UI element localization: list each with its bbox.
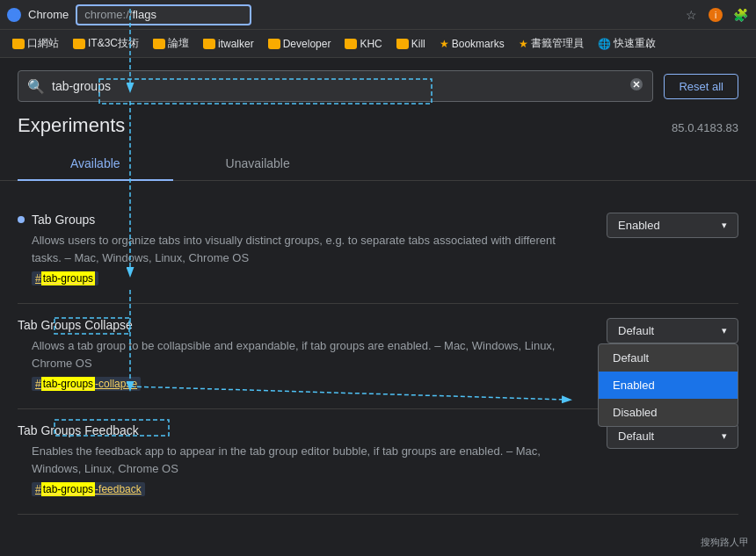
bookmark-item[interactable]: KHC bbox=[339, 36, 387, 52]
chevron-down-icon: ▾ bbox=[722, 325, 727, 336]
experiment-item-tab-groups-collapse: Tab Groups Collapse Allows a tab group t… bbox=[18, 304, 738, 409]
folder-icon bbox=[396, 39, 409, 49]
dropdown-value: Default bbox=[618, 324, 654, 337]
folder-icon bbox=[203, 39, 215, 49]
bookmark-label: Developer bbox=[283, 38, 331, 50]
bookmark-item[interactable]: Developer bbox=[263, 36, 337, 52]
dropdown-value: Enabled bbox=[618, 219, 660, 232]
experiment-title-row: Tab Groups Feedback bbox=[18, 423, 563, 437]
bookmark-item[interactable]: IT&3C技術 bbox=[68, 34, 144, 53]
title-bar-icons: ☆ i 🧩 bbox=[682, 6, 749, 24]
dropdown-option-enabled[interactable]: Enabled bbox=[599, 372, 738, 399]
search-input-wrap[interactable]: 🔍 bbox=[18, 70, 653, 102]
tab-groups-feedback-dropdown[interactable]: Default ▾ bbox=[607, 423, 738, 449]
experiment-tag[interactable]: #tab-groups-feedback bbox=[32, 482, 145, 496]
bookmark-label: Bookmarks bbox=[452, 38, 505, 50]
experiment-name: Tab Groups Feedback bbox=[18, 423, 139, 437]
experiments-title: Experiments bbox=[18, 114, 125, 137]
tab-unavailable[interactable]: Unavailable bbox=[173, 148, 343, 181]
tab-groups-collapse-dropdown-wrap: Default ▾ Default Enabled Disabled bbox=[607, 318, 738, 343]
bookmark-item[interactable]: 口網站 bbox=[7, 34, 64, 53]
chrome-icon bbox=[7, 8, 21, 22]
dropdown-value: Default bbox=[618, 430, 654, 443]
dropdown-option-default[interactable]: Default bbox=[599, 344, 738, 372]
globe-icon: 🌐 bbox=[598, 38, 611, 50]
bookmark-label: 論壇 bbox=[168, 36, 189, 51]
reset-all-button[interactable]: Reset all bbox=[664, 74, 738, 99]
content-area: Tab Groups Allows users to organize tabs… bbox=[0, 181, 756, 543]
bookmark-item[interactable]: ★ Bookmarks bbox=[434, 36, 510, 52]
main-content: 🔍 Reset all Experiments 85.0.4183.83 Ava… bbox=[0, 58, 756, 543]
experiment-item-tab-groups: Tab Groups Allows users to organize tabs… bbox=[18, 199, 738, 304]
bookmark-label: IT&3C技術 bbox=[88, 36, 139, 51]
star-icon: ★ bbox=[440, 38, 449, 50]
experiment-title-row: Tab Groups bbox=[18, 213, 563, 227]
bookmark-label: 口網站 bbox=[27, 36, 59, 51]
bookmark-label: 快速重啟 bbox=[614, 36, 656, 51]
bookmark-item[interactable]: itwalker bbox=[198, 36, 259, 52]
tabs-row: Available Unavailable bbox=[0, 148, 756, 181]
experiment-description: Enables the feedback app to appear in th… bbox=[32, 443, 563, 477]
bookmark-label: Kill bbox=[411, 38, 425, 50]
svg-text:i: i bbox=[715, 11, 716, 20]
title-bar: Chrome chrome://flags ☆ i 🧩 bbox=[0, 0, 756, 30]
experiment-name: Tab Groups bbox=[32, 213, 95, 227]
tab-groups-dropdown-wrap: Enabled ▾ bbox=[607, 213, 738, 238]
tab-groups-feedback-dropdown-wrap: Default ▾ bbox=[607, 423, 738, 449]
experiments-header: Experiments 85.0.4183.83 bbox=[0, 114, 756, 144]
status-dot bbox=[18, 216, 25, 223]
experiment-tag[interactable]: #tab-groups-collapse bbox=[32, 377, 141, 391]
search-input[interactable] bbox=[52, 79, 622, 93]
clear-button[interactable] bbox=[629, 77, 643, 95]
address-bar[interactable]: chrome://flags bbox=[76, 4, 251, 25]
profile-icon[interactable]: i bbox=[707, 6, 724, 24]
folder-icon bbox=[73, 39, 85, 49]
folder-icon bbox=[268, 39, 280, 49]
search-bar-row: 🔍 Reset all bbox=[0, 58, 756, 114]
version-text: 85.0.4183.83 bbox=[672, 121, 738, 134]
bookmark-label: KHC bbox=[360, 38, 382, 50]
star-icon: ★ bbox=[519, 38, 528, 50]
folder-icon bbox=[345, 39, 357, 49]
address-protocol: chrome:// bbox=[84, 8, 132, 21]
bookmark-item[interactable]: ★ 書籤管理員 bbox=[513, 34, 589, 53]
experiment-name: Tab Groups Collapse bbox=[18, 318, 133, 332]
search-icon: 🔍 bbox=[27, 78, 45, 95]
experiment-title-row: Tab Groups Collapse bbox=[18, 318, 563, 332]
folder-icon bbox=[12, 39, 25, 49]
chevron-down-icon: ▾ bbox=[722, 220, 727, 231]
bookmark-label: 書籤管理員 bbox=[531, 36, 584, 51]
bookmark-label: itwalker bbox=[218, 38, 254, 50]
bookmark-item[interactable]: 🌐 快速重啟 bbox=[592, 34, 661, 53]
tab-available[interactable]: Available bbox=[18, 148, 173, 181]
tab-title: Chrome bbox=[28, 8, 69, 21]
bookmark-item[interactable]: 論壇 bbox=[148, 34, 194, 53]
address-path: flags bbox=[132, 8, 156, 21]
tag-highlight: tab-groups bbox=[41, 377, 95, 391]
bookmark-item[interactable]: Kill bbox=[391, 36, 431, 52]
svg-point-1 bbox=[11, 12, 17, 18]
dropdown-menu: Default Enabled Disabled bbox=[598, 343, 738, 427]
tag-highlight: tab-groups bbox=[41, 271, 95, 285]
tab-groups-dropdown[interactable]: Enabled ▾ bbox=[607, 213, 738, 238]
folder-icon bbox=[153, 39, 165, 49]
bookmark-icon[interactable]: ☆ bbox=[682, 6, 700, 24]
dropdown-option-disabled[interactable]: Disabled bbox=[599, 399, 738, 426]
chevron-down-icon: ▾ bbox=[722, 430, 727, 442]
experiment-tag[interactable]: #tab-groups bbox=[32, 271, 98, 285]
experiment-description: Allows users to organize tabs into visua… bbox=[32, 232, 563, 266]
tab-groups-collapse-dropdown[interactable]: Default ▾ bbox=[607, 318, 738, 343]
experiment-description: Allows a tab group to be collapsible and… bbox=[32, 337, 563, 372]
tag-highlight: tab-groups bbox=[41, 482, 95, 496]
watermark: 搜狗路人甲 bbox=[701, 536, 749, 549]
extension-icon[interactable]: 🧩 bbox=[731, 6, 749, 24]
bookmarks-bar: 口網站 IT&3C技術 論壇 itwalker Developer KHC Ki… bbox=[0, 30, 756, 58]
